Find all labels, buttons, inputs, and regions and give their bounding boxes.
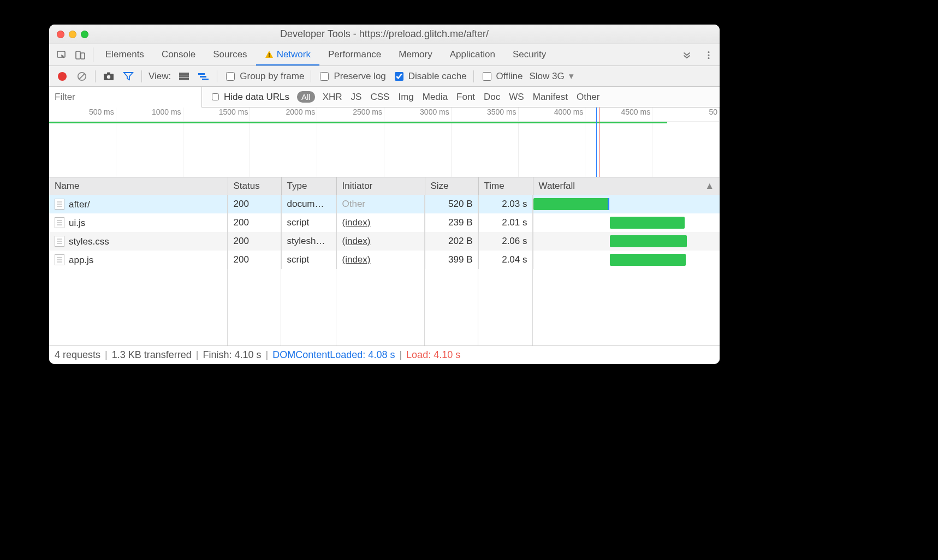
window-title: Developer Tools - https://preload.glitch… <box>49 28 720 40</box>
tab-elements[interactable]: Elements <box>97 44 153 65</box>
svg-line-9 <box>79 74 85 79</box>
window-traffic-lights <box>49 31 88 38</box>
window-titlebar: Developer Tools - https://preload.glitch… <box>49 25 720 44</box>
tab-performance[interactable]: Performance <box>319 44 390 65</box>
inspect-element-icon[interactable] <box>52 44 71 65</box>
column-header-status[interactable]: Status <box>228 177 281 195</box>
more-tabs-icon[interactable] <box>676 44 698 65</box>
overview-tick: 1500 ms <box>183 108 251 121</box>
waterfall-finish-marker <box>608 198 609 210</box>
status-transferred: 1.3 KB transferred <box>112 349 192 361</box>
svg-rect-18 <box>202 79 209 80</box>
close-window-button[interactable] <box>57 31 64 38</box>
network-table: NameStatusTypeInitiatorSizeTimeWaterfall… <box>49 177 720 195</box>
svg-rect-13 <box>179 73 189 75</box>
status-requests: 4 requests <box>55 349 100 361</box>
hide-data-urls-checkbox[interactable]: Hide data URLs <box>210 92 289 103</box>
minimize-window-button[interactable] <box>69 31 76 38</box>
group-by-frame-checkbox[interactable]: Group by frame <box>224 70 304 82</box>
status-load: Load: 4.10 s <box>406 349 460 361</box>
file-icon <box>55 199 64 210</box>
filter-type-manifest[interactable]: Manifest <box>533 92 568 103</box>
warning-icon <box>265 50 274 59</box>
filter-type-img[interactable]: Img <box>398 92 413 103</box>
file-icon <box>55 217 64 228</box>
svg-rect-17 <box>200 76 206 78</box>
column-header-waterfall[interactable]: Waterfall▲ <box>533 177 720 195</box>
table-row[interactable]: app.js200script(index)399 B2.04 s <box>49 251 720 269</box>
throttling-dropdown[interactable]: Slow 3G ▾ <box>529 70 573 82</box>
filter-type-font[interactable]: Font <box>456 92 475 103</box>
column-header-type[interactable]: Type <box>281 177 336 195</box>
sort-indicator-icon: ▲ <box>705 181 714 192</box>
filter-type-doc[interactable]: Doc <box>484 92 500 103</box>
tab-console[interactable]: Console <box>153 44 204 65</box>
filter-type-other[interactable]: Other <box>577 92 600 103</box>
overview-icon[interactable] <box>197 70 210 83</box>
initiator-link[interactable]: (index) <box>342 236 371 246</box>
table-row[interactable]: styles.css200stylesh…(index)202 B2.06 s <box>49 232 720 251</box>
svg-rect-4 <box>269 56 270 57</box>
kebab-menu-icon[interactable] <box>698 44 720 65</box>
svg-rect-3 <box>269 53 270 56</box>
filter-type-ws[interactable]: WS <box>509 92 524 103</box>
tab-application[interactable]: Application <box>441 44 504 65</box>
network-toolbar: View: Group by frame Preserve log Disabl… <box>49 66 720 87</box>
dcl-marker <box>596 108 597 177</box>
filter-type-xhr[interactable]: XHR <box>323 92 342 103</box>
disable-cache-checkbox[interactable]: Disable cache <box>393 70 467 82</box>
preserve-log-checkbox[interactable]: Preserve log <box>318 70 385 82</box>
capture-screenshots-icon[interactable] <box>102 70 115 83</box>
status-dcl: DOMContentLoaded: 4.08 s <box>272 349 395 361</box>
overview-tick: 4500 ms <box>585 108 652 121</box>
record-button[interactable] <box>56 70 69 83</box>
load-marker <box>599 108 599 177</box>
tab-security[interactable]: Security <box>504 44 555 65</box>
filter-type-all[interactable]: All <box>297 91 315 103</box>
tab-sources[interactable]: Sources <box>204 44 256 65</box>
svg-point-12 <box>107 75 110 78</box>
column-header-time[interactable]: Time <box>478 177 533 195</box>
filter-type-media[interactable]: Media <box>423 92 448 103</box>
overview-tick: 500 ms <box>49 108 116 121</box>
column-header-initiator[interactable]: Initiator <box>336 177 425 195</box>
tab-memory[interactable]: Memory <box>390 44 441 65</box>
svg-rect-15 <box>179 78 189 80</box>
waterfall-bar[interactable] <box>610 254 686 266</box>
filter-icon[interactable] <box>122 70 135 83</box>
column-header-size[interactable]: Size <box>425 177 478 195</box>
filter-input[interactable] <box>49 87 202 108</box>
filter-type-css[interactable]: CSS <box>370 92 389 103</box>
view-label: View: <box>149 71 171 82</box>
column-header-name[interactable]: Name <box>49 177 228 195</box>
offline-checkbox[interactable]: Offline <box>480 70 523 82</box>
initiator-link[interactable]: (index) <box>342 217 371 228</box>
clear-icon[interactable] <box>75 70 88 83</box>
network-overview[interactable]: 500 ms1000 ms1500 ms2000 ms2500 ms3000 m… <box>49 108 720 177</box>
svg-rect-1 <box>76 51 80 59</box>
waterfall-bar[interactable] <box>610 235 687 247</box>
chevron-down-icon: ▾ <box>569 70 574 82</box>
filter-type-js[interactable]: JS <box>351 92 362 103</box>
overview-tick: 2500 ms <box>317 108 384 121</box>
status-bar: 4 requests | 1.3 KB transferred | Finish… <box>49 345 720 364</box>
tab-network[interactable]: Network <box>256 44 319 65</box>
overview-tick: 50 <box>652 108 720 121</box>
overview-activity-line <box>49 122 667 123</box>
table-row[interactable]: ui.js200script(index)239 B2.01 s <box>49 213 720 232</box>
devtools-window: Developer Tools - https://preload.glitch… <box>49 25 720 364</box>
network-table-body[interactable]: after/200docum…Other520 B2.03 sui.js200s… <box>49 195 720 345</box>
waterfall-bar[interactable] <box>533 198 609 210</box>
zoom-window-button[interactable] <box>81 31 88 38</box>
filter-bar: Hide data URLs All XHRJSCSSImgMediaFontD… <box>49 87 720 108</box>
file-icon <box>55 254 64 265</box>
initiator-link[interactable]: (index) <box>342 254 371 265</box>
waterfall-bar[interactable] <box>610 217 685 229</box>
panel-tabstrip: ElementsConsoleSourcesNetworkPerformance… <box>49 44 720 66</box>
table-row[interactable]: after/200docum…Other520 B2.03 s <box>49 195 720 213</box>
svg-point-5 <box>708 51 709 52</box>
large-rows-icon[interactable] <box>177 70 191 83</box>
overview-tick: 1000 ms <box>116 108 183 121</box>
toggle-device-toolbar-icon[interactable] <box>71 44 90 65</box>
svg-rect-2 <box>81 53 85 59</box>
